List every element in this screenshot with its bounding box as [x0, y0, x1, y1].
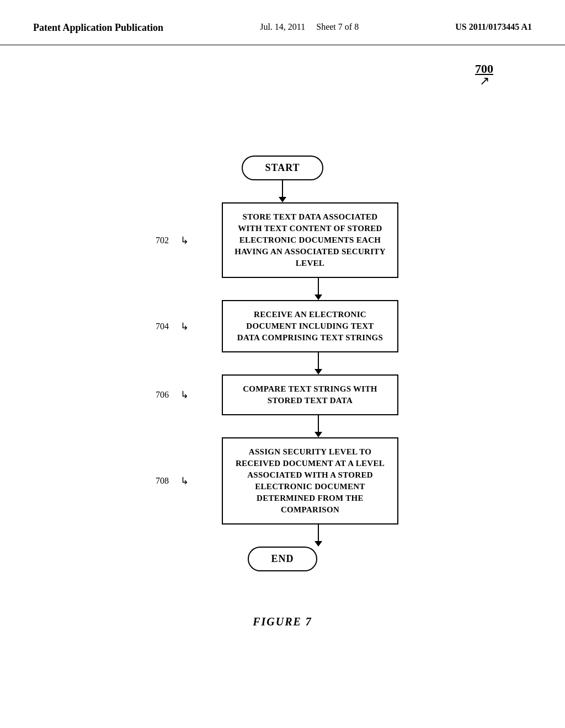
- step-702-text: STORE TEXT DATA ASSOCIATED WITH TEXT CON…: [234, 212, 386, 267]
- arrow-head-icon: [315, 295, 322, 300]
- flowchart: START 702 ↳ STORE TEXT DATA ASSOCIATED W…: [33, 156, 532, 571]
- step-702-row: 702 ↳ STORE TEXT DATA ASSOCIATED WITH TE…: [150, 202, 415, 278]
- step-708-bracket-icon: ↳: [180, 475, 189, 487]
- step-706-bracket-icon: ↳: [180, 389, 189, 401]
- step-704-label: 704: [156, 322, 169, 331]
- step-704-bracket-icon: ↳: [180, 320, 189, 333]
- date-sheet-label: Jul. 14, 2011 Sheet 7 of 8: [260, 22, 359, 32]
- start-label: START: [265, 162, 300, 173]
- step-706-label: 706: [156, 390, 169, 400]
- arrow-head-icon: [315, 541, 322, 547]
- end-label: END: [271, 553, 294, 564]
- arrow-704-to-706: [315, 352, 322, 374]
- end-node: END: [248, 547, 317, 571]
- patent-number-label: US 2011/0173445 A1: [455, 22, 532, 32]
- figure-caption: FIGURE 7: [253, 615, 312, 628]
- step-706-row: 706 ↳ COMPARE TEXT STRINGS WITH STORED T…: [150, 374, 415, 415]
- step-704-box-wrapper: RECEIVE AN ELECTRONIC DOCUMENT INCLUDING…: [222, 300, 398, 352]
- step-706-box: COMPARE TEXT STRINGS WITH STORED TEXT DA…: [222, 374, 398, 415]
- arrow-start-to-702: [279, 180, 286, 202]
- arrow-line: [318, 352, 319, 369]
- date-label: Jul. 14, 2011: [260, 22, 305, 31]
- figure-arrow-icon: ↗: [479, 74, 489, 88]
- figure-id-area: 700 ↗: [33, 56, 532, 100]
- step-708-row: 708 ↳ ASSIGN SECURITY LEVEL TO RECEIVED …: [150, 437, 415, 524]
- step-702-box-wrapper: STORE TEXT DATA ASSOCIATED WITH TEXT CON…: [222, 202, 398, 278]
- figure-id-container: 700 ↗: [475, 62, 493, 88]
- arrow-head-icon: [315, 369, 322, 374]
- arrow-head-icon: [315, 432, 322, 437]
- step-706-text: COMPARE TEXT STRINGS WITH STORED TEXT DA…: [243, 384, 377, 405]
- step-702-box: STORE TEXT DATA ASSOCIATED WITH TEXT CON…: [222, 202, 398, 278]
- step-708-box: ASSIGN SECURITY LEVEL TO RECEIVED DOCUME…: [222, 437, 398, 524]
- arrow-line: [318, 524, 319, 541]
- arrow-706-to-708: [315, 415, 322, 437]
- step-704-row: 704 ↳ RECEIVE AN ELECTRONIC DOCUMENT INC…: [150, 300, 415, 352]
- step-708-box-wrapper: ASSIGN SECURITY LEVEL TO RECEIVED DOCUME…: [222, 437, 398, 524]
- page-header: Patent Application Publication Jul. 14, …: [0, 0, 565, 45]
- arrow-line: [282, 180, 283, 197]
- step-702-bracket-icon: ↳: [180, 234, 189, 247]
- publication-label: Patent Application Publication: [33, 22, 163, 34]
- arrow-head-icon: [279, 197, 286, 202]
- arrow-702-to-704: [315, 278, 322, 300]
- start-node: START: [242, 156, 323, 180]
- sheet-label: Sheet 7 of 8: [316, 22, 359, 31]
- step-706-box-wrapper: COMPARE TEXT STRINGS WITH STORED TEXT DA…: [222, 374, 398, 415]
- arrow-line: [318, 278, 319, 295]
- step-704-text: RECEIVE AN ELECTRONIC DOCUMENT INCLUDING…: [237, 310, 383, 342]
- step-704-box: RECEIVE AN ELECTRONIC DOCUMENT INCLUDING…: [222, 300, 398, 352]
- step-708-label: 708: [156, 476, 169, 486]
- arrow-708-to-end: [315, 524, 322, 547]
- main-content: 700 ↗ START 702 ↳ STORE TEXT DATA ASSOCI…: [0, 45, 565, 639]
- step-702-label: 702: [156, 235, 169, 245]
- arrow-line: [318, 415, 319, 432]
- step-708-text: ASSIGN SECURITY LEVEL TO RECEIVED DOCUME…: [236, 447, 385, 514]
